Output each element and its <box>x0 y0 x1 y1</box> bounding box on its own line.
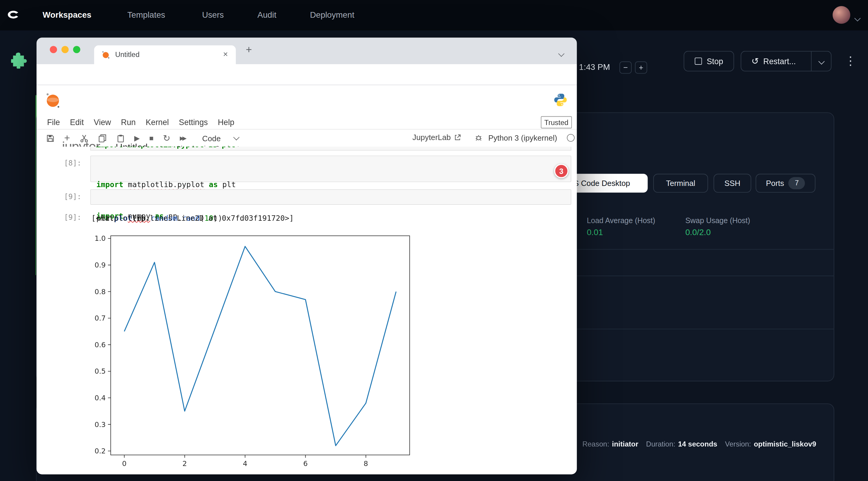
version-label: Version: <box>725 440 751 448</box>
clipped-cell-above[interactable]: import matplotlib.pyplot as plt <box>90 147 571 151</box>
run-cell-icon[interactable]: ▶ <box>134 134 140 142</box>
nav-item-templates[interactable]: Templates <box>127 10 165 19</box>
maximize-window-button[interactable] <box>73 46 81 53</box>
menu-edit[interactable]: Edit <box>70 118 84 127</box>
close-tab-icon[interactable]: × <box>223 49 228 59</box>
menu-kernel[interactable]: Kernel <box>146 118 169 127</box>
line-chart: 0.20.30.40.50.60.70.80.91.002468 <box>83 231 426 474</box>
ports-count-badge: 7 <box>788 177 805 190</box>
browser-tab-strip: Untitled × + <box>37 38 577 64</box>
zoom-in-button[interactable]: + <box>635 62 647 74</box>
build-info-row: Reason: initiator Duration: 14 seconds V… <box>583 440 816 448</box>
svg-text:2: 2 <box>182 459 187 468</box>
stage: Workspaces Templates Users Audit Deploym… <box>0 0 868 481</box>
duration-label: Duration: <box>646 440 675 448</box>
svg-text:0.9: 0.9 <box>94 261 105 269</box>
browser-tab[interactable]: Untitled × <box>94 45 236 64</box>
cell-prompt: [9]: <box>54 193 81 201</box>
copy-cell-icon[interactable] <box>98 134 107 143</box>
svg-text:1.0: 1.0 <box>94 234 105 243</box>
svg-text:6: 6 <box>303 459 308 468</box>
restart-options-chevron[interactable] <box>811 52 831 71</box>
add-cell-icon[interactable]: + <box>64 132 70 144</box>
svg-text:0.7: 0.7 <box>94 314 105 322</box>
jupyter-header: jupyter Untitled Last Checkpoint: 3 minu… <box>37 85 577 116</box>
open-jupyterlab-link[interactable]: JupyterLab <box>412 133 461 142</box>
matplotlib-figure: 0.20.30.40.50.60.70.80.91.002468 <box>83 231 426 474</box>
swap-usage-value: 0.0/2.0 <box>685 228 711 237</box>
jupyter-menu-bar: File Edit View Run Kernel Settings Help <box>37 116 577 129</box>
duration-value: 14 seconds <box>678 440 717 448</box>
svg-text:0: 0 <box>122 459 127 468</box>
ssh-button[interactable]: SSH <box>714 174 751 193</box>
coder-logo-icon[interactable] <box>4 7 21 26</box>
menu-run[interactable]: Run <box>121 118 135 127</box>
kernel-status-icon <box>567 134 575 142</box>
cut-cell-icon[interactable] <box>80 134 89 143</box>
output-prompt: [9]: <box>54 213 81 222</box>
clock-text: 1:43 PM <box>579 62 610 71</box>
screenshot-root: Workspaces Templates Users Audit Deploym… <box>0 0 868 481</box>
svg-text:8: 8 <box>364 459 368 468</box>
restart-run-all-icon[interactable]: ▶▶ <box>180 135 185 141</box>
svg-text:0.3: 0.3 <box>94 420 105 429</box>
nav-item-audit[interactable]: Audit <box>257 10 276 19</box>
svg-text:4: 4 <box>243 459 247 468</box>
code-cell-input[interactable]: import matplotlib.pyplot as plt import n… <box>90 156 571 182</box>
grammar-issues-badge[interactable]: 3 <box>554 164 569 178</box>
menu-settings[interactable]: Settings <box>179 118 208 127</box>
debugger-icon[interactable] <box>474 133 483 144</box>
kernel-name[interactable]: Python 3 (ipykernel) <box>488 133 557 142</box>
nav-item-workspaces[interactable]: Workspaces <box>42 10 91 19</box>
nav-item-users[interactable]: Users <box>202 10 224 19</box>
restart-workspace-button[interactable]: ↺ Restart... <box>741 51 832 71</box>
cell-type-dropdown[interactable]: Code <box>202 134 239 143</box>
ports-button[interactable]: Ports 7 <box>755 174 815 193</box>
output-text: [<matplotlib.lines.Line2D at 0x7fd03f191… <box>91 213 294 224</box>
minimize-window-button[interactable] <box>61 46 69 53</box>
tab-list-chevron-icon[interactable] <box>559 48 564 58</box>
nav-item-deployment[interactable]: Deployment <box>310 10 354 19</box>
zoom-out-button[interactable]: − <box>619 62 632 74</box>
terminal-button[interactable]: Terminal <box>653 174 708 193</box>
menu-view[interactable]: View <box>94 118 111 127</box>
extension-puzzle-icon[interactable] <box>11 51 29 71</box>
svg-text:0.4: 0.4 <box>94 394 105 402</box>
menu-help[interactable]: Help <box>218 118 234 127</box>
new-tab-button[interactable]: + <box>246 44 252 56</box>
save-icon[interactable] <box>46 134 55 143</box>
reason-value: initiator <box>612 440 638 448</box>
stop-icon <box>695 58 702 65</box>
restart-kernel-icon[interactable]: ↻ <box>163 133 170 143</box>
paste-cell-icon[interactable] <box>116 134 125 143</box>
jupyter-favicon-icon <box>101 51 111 62</box>
trusted-button[interactable]: Trusted <box>541 116 572 129</box>
external-link-icon <box>454 134 461 141</box>
browser-window: Untitled × + ← → ↻ 5555--main--test--mat… <box>37 38 577 474</box>
notebook-content: import matplotlib.pyplot as plt [8]: imp… <box>37 147 577 474</box>
top-nav: Workspaces Templates Users Audit Deploym… <box>0 0 868 31</box>
load-average-label: Load Average (Host) <box>587 217 655 225</box>
python-logo-icon <box>553 92 568 109</box>
user-avatar[interactable] <box>833 6 850 24</box>
restart-icon: ↺ <box>751 57 759 66</box>
close-window-button[interactable] <box>50 46 57 53</box>
menu-file[interactable]: File <box>47 118 60 127</box>
browser-toolbar: ← → ↻ 5555--main--test--matifali.atif.cd… <box>37 64 577 85</box>
interrupt-kernel-icon[interactable]: ■ <box>149 134 154 142</box>
reason-label: Reason: <box>583 440 609 448</box>
svg-text:0.8: 0.8 <box>94 288 105 296</box>
user-menu-chevron-icon[interactable] <box>856 12 860 23</box>
code-cell-input[interactable]: plt.plot(np.random.rand(10)) <box>90 189 571 205</box>
load-average-value: 0.01 <box>587 228 603 237</box>
svg-text:0.6: 0.6 <box>94 341 105 349</box>
jupyter-logo-icon <box>45 92 60 111</box>
stop-workspace-button[interactable]: Stop <box>684 51 734 71</box>
swap-usage-label: Swap Usage (Host) <box>685 217 750 225</box>
workspace-kebab-menu[interactable]: ⋮ <box>845 54 857 67</box>
svg-text:0.2: 0.2 <box>94 447 105 455</box>
cell-prompt: [8]: <box>54 159 81 167</box>
version-value: optimistic_liskov9 <box>754 440 816 448</box>
tab-title: Untitled <box>115 51 140 59</box>
svg-text:0.5: 0.5 <box>94 367 105 376</box>
